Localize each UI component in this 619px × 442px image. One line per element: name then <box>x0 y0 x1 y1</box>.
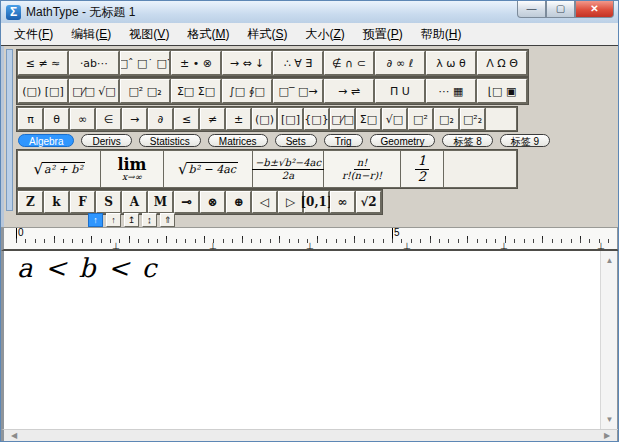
horizontal-scrollbar[interactable]: ◀ ▶ <box>1 429 619 442</box>
right-arrow-symbol[interactable]: → <box>122 108 147 130</box>
subsup-template[interactable]: □²₂ <box>460 108 485 130</box>
misc-symbols-palette[interactable]: ∂ ∞ ℓ <box>375 51 425 75</box>
menu-v-item[interactable]: 视图(V) <box>120 23 178 46</box>
menu-s-item[interactable]: 样式(S) <box>238 23 296 46</box>
ruler-tab-stop-marker[interactable]: ⊥ <box>597 242 605 250</box>
matrices-palette[interactable]: ⋯ ▦ <box>426 79 476 103</box>
plus-minus-symbol[interactable]: ± <box>226 108 251 130</box>
letter-Z-button[interactable]: Z <box>18 191 43 213</box>
minimize-button[interactable]: — <box>517 1 546 18</box>
embellishments-palette[interactable]: □ˆ □˙ □¨ <box>120 51 170 75</box>
sqrt-2-button[interactable]: √2 <box>356 191 381 213</box>
scroll-right-icon[interactable]: ▶ <box>599 430 615 442</box>
superscript-template[interactable]: □² <box>408 108 433 130</box>
ruler-tab-stop-marker[interactable]: ⊥ <box>500 242 508 250</box>
quadratic-formula-template[interactable]: −b±√b²−4ac2a <box>253 151 323 187</box>
close-button[interactable]: ✕ <box>575 1 614 18</box>
labeled-arrows-palette[interactable]: → ⇌ <box>324 79 374 103</box>
element-of-symbol[interactable]: ∈ <box>96 108 121 130</box>
bracket-template[interactable]: [□] <box>278 108 303 130</box>
size-subsymbol-button[interactable]: ⇑ <box>160 213 175 227</box>
ruler-tab-stop-marker[interactable]: ⊥ <box>112 242 120 250</box>
fraction-template[interactable]: □⁄□ <box>330 108 355 130</box>
circled-times-button[interactable]: ⊗ <box>200 191 225 213</box>
letter-F-button[interactable]: F <box>70 191 95 213</box>
size-symbol-button[interactable]: ↨ <box>142 213 157 227</box>
tab-derivs[interactable]: Derivs <box>81 134 131 147</box>
circled-plus-button[interactable]: ⊕ <box>226 191 251 213</box>
size-subscript-button[interactable]: ↑ <box>106 213 121 227</box>
pi-symbol[interactable]: π <box>18 108 43 130</box>
tab-algebra[interactable]: Algebra <box>18 134 74 147</box>
equation-editing-area[interactable]: a < b < c ▲ ▼ <box>1 251 619 429</box>
vertical-scrollbar[interactable]: ▲ ▼ <box>600 251 617 429</box>
sum-template[interactable]: Σ□ <box>356 108 381 130</box>
one-half-template[interactable]: 12 <box>401 151 443 187</box>
leq-symbol[interactable]: ≤ <box>174 108 199 130</box>
title-bar[interactable]: Σ MathType - 无标题 1 — ▢ ✕ <box>1 1 619 23</box>
integrals-palette[interactable]: ∫□ ∮□ <box>222 79 272 103</box>
tab-trig[interactable]: Trig <box>324 134 363 147</box>
multimap-button[interactable]: ⊸ <box>174 191 199 213</box>
products-unions-palette[interactable]: Π U <box>375 79 425 103</box>
size-full-button[interactable]: ↑ <box>88 213 103 227</box>
symbol-palette-row-1: ≤ ≠ ≈⋅ab⋯□ˆ □˙ □¨± • ⊗→ ⇔ ↓∴ ∀ ∃∉ ∩ ⊂∂ ∞… <box>16 49 529 77</box>
theta-symbol[interactable]: θ <box>44 108 69 130</box>
ruler-tab-stop-marker[interactable]: ⊥ <box>209 242 217 250</box>
sums-palette[interactable]: Σ□ Σ□ <box>171 79 221 103</box>
neq-symbol[interactable]: ≠ <box>200 108 225 130</box>
left-triangle-button[interactable]: ◁ <box>252 191 277 213</box>
menu-h-item[interactable]: 帮助(H) <box>412 23 471 46</box>
tab-statistics[interactable]: Statistics <box>139 134 201 147</box>
sqrt-a2-b2-template[interactable]: √a² + b² <box>18 151 100 187</box>
tab-sets[interactable]: Sets <box>275 134 317 147</box>
infinity-button[interactable]: ∞ <box>330 191 355 213</box>
menu-p-item[interactable]: 预置(P) <box>354 23 412 46</box>
spaces-ellipses-palette[interactable]: ⋅ab⋯ <box>69 51 119 75</box>
greek-lowercase-palette[interactable]: λ ω θ <box>426 51 476 75</box>
fences-palette[interactable]: (□) [□] <box>18 79 68 103</box>
size-subsubscript-button[interactable]: ↥ <box>124 213 139 227</box>
right-triangle-button[interactable]: ▷ <box>278 191 303 213</box>
ruler-tab-stop-marker[interactable]: ⊥ <box>306 242 314 250</box>
limit-template[interactable]: limx→∞ <box>101 151 163 187</box>
tab-label-9[interactable]: 标签 9 <box>500 134 550 147</box>
operators-palette[interactable]: ± • ⊗ <box>171 51 221 75</box>
letter-A-fraktur-button[interactable]: A <box>122 191 147 213</box>
brace-template[interactable]: {□} <box>304 108 329 130</box>
tab-matrices[interactable]: Matrices <box>208 134 268 147</box>
overbars-palette[interactable]: □‾ □→ <box>273 79 323 103</box>
scripts-palette[interactable]: □² □₂ <box>120 79 170 103</box>
tab-geometry[interactable]: Geometry <box>370 134 436 147</box>
sqrt-template[interactable]: √□ <box>382 108 407 130</box>
subscript-template[interactable]: □₂ <box>434 108 459 130</box>
binomial-coefficient-template[interactable]: n!r!(n−r)! <box>324 151 400 187</box>
scroll-down-icon[interactable]: ▼ <box>601 412 618 427</box>
partial-symbol[interactable]: ∂ <box>148 108 173 130</box>
interval-0-1-button[interactable]: [0,1] <box>304 191 329 213</box>
relations-palette[interactable]: ≤ ≠ ≈ <box>18 51 68 75</box>
sqrt-b2-4ac-template[interactable]: √b² − 4ac <box>164 151 252 187</box>
letter-M-fraktur-button[interactable]: M <box>148 191 173 213</box>
toolbar-drag-handle[interactable] <box>6 49 13 211</box>
menu-z-item[interactable]: 大小(Z) <box>296 23 353 46</box>
infinity-symbol[interactable]: ∞ <box>70 108 95 130</box>
menu-f-item[interactable]: 文件(F) <box>5 23 62 46</box>
set-theory-palette[interactable]: ∉ ∩ ⊂ <box>324 51 374 75</box>
menu-m-item[interactable]: 格式(M) <box>178 23 238 46</box>
paren-template[interactable]: (□) <box>252 108 277 130</box>
letter-k-button[interactable]: k <box>44 191 69 213</box>
arrows-palette[interactable]: → ⇔ ↓ <box>222 51 272 75</box>
size-style-bar: ↑↑↥↨⇑ <box>88 213 175 227</box>
boxes-palette[interactable]: ⌊□ ▣ <box>477 79 527 103</box>
maximize-button[interactable]: ▢ <box>546 1 575 18</box>
ruler-tab-stop-marker[interactable]: ⊥ <box>403 242 411 250</box>
greek-uppercase-palette[interactable]: Λ Ω Θ <box>477 51 527 75</box>
menu-e-item[interactable]: 编辑(E) <box>62 23 120 46</box>
scroll-left-icon[interactable]: ◀ <box>6 430 22 442</box>
fractions-radicals-palette[interactable]: □⁄□ √□ <box>69 79 119 103</box>
logic-palette[interactable]: ∴ ∀ ∃ <box>273 51 323 75</box>
letter-S-button[interactable]: S <box>96 191 121 213</box>
scroll-up-icon[interactable]: ▲ <box>601 253 618 268</box>
tab-label-8[interactable]: 标签 8 <box>442 134 492 147</box>
